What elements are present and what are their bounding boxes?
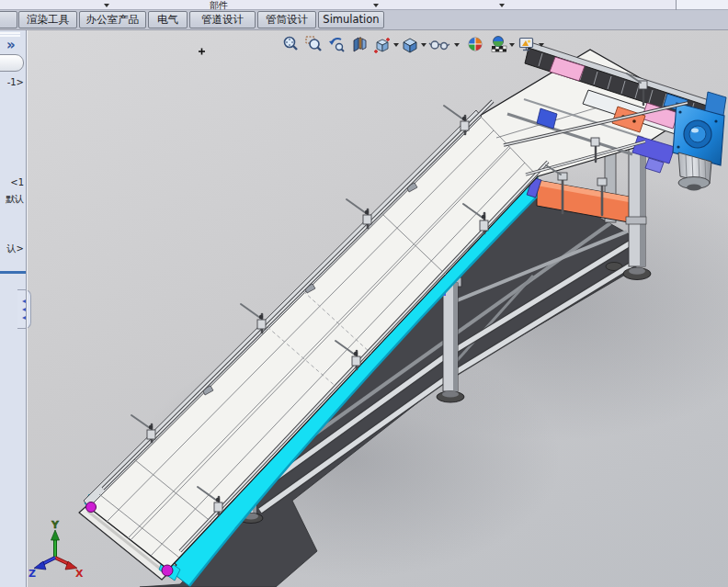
selection-highlight-line — [0, 271, 27, 274]
roller-end-cap — [86, 502, 97, 513]
view-settings-button[interactable] — [518, 35, 537, 54]
dropdown-caret-icon[interactable] — [509, 43, 515, 47]
triad-x-label: X — [75, 568, 84, 580]
triad-z-label: Z — [28, 568, 36, 580]
zoom-to-area-button[interactable] — [304, 35, 324, 54]
panel-border-highlight — [27, 30, 28, 587]
dropdown-arrow-icon[interactable] — [104, 4, 109, 7]
tab-tubing[interactable]: 管筒设计 — [257, 11, 316, 28]
tab-piping[interactable]: 管道设计 — [189, 11, 256, 28]
dropdown-caret-icon[interactable] — [454, 43, 460, 47]
tree-item-fragment[interactable]: <1 — [10, 177, 24, 187]
bolt — [678, 110, 681, 113]
commandmanager-tab-row: 评估 渲染工具 办公室产品 电气 管道设计 管筒设计 Simulation — [0, 10, 728, 30]
tab-electrical[interactable]: 电气 — [148, 11, 188, 28]
tab-render-tools[interactable]: 渲染工具 — [18, 11, 77, 28]
graphics-viewport[interactable]: Y X Z — [28, 30, 728, 587]
dropdown-caret-icon[interactable] — [421, 43, 427, 47]
tab-office-products[interactable]: 办公室产品 — [79, 11, 146, 28]
toolbar-overflow-strip: 部件 — [0, 0, 728, 10]
edit-appearance-button[interactable] — [466, 35, 485, 54]
heads-up-view-toolbar — [28, 30, 728, 58]
tree-item-fragment[interactable]: 认> — [7, 243, 24, 255]
reference-triad: Y X Z — [28, 519, 84, 580]
bolt — [714, 119, 717, 122]
display-style-button[interactable] — [401, 35, 420, 54]
gearbox-highlight — [691, 129, 699, 133]
conveyor-3d-model[interactable]: Y X Z — [28, 30, 728, 587]
motor-shaft-cap — [687, 185, 701, 191]
panel-expand-chevron-icon[interactable]: » — [6, 37, 16, 53]
dropdown-arrow-icon[interactable] — [373, 4, 379, 7]
dropdown-caret-icon[interactable] — [393, 43, 399, 47]
panel-splitter-handle[interactable]: ◂ ◂ ◂ — [17, 289, 31, 329]
bolt — [677, 145, 679, 148]
apply-scene-button[interactable] — [489, 35, 508, 54]
filter-box-fragment[interactable] — [0, 54, 24, 72]
tree-item-fragment[interactable]: -1> — [7, 77, 24, 87]
section-view-button[interactable] — [350, 35, 370, 54]
assembly-group-label: 部件 — [210, 0, 228, 12]
tab-evaluate[interactable]: 评估 — [0, 11, 17, 28]
clamp — [241, 304, 266, 333]
tab-simulation[interactable]: Simulation — [318, 11, 384, 28]
hide-show-items-button[interactable] — [428, 35, 452, 54]
bolt — [632, 119, 636, 123]
panel-top-bar — [0, 32, 20, 34]
toolbar-segment — [677, 0, 728, 9]
dropdown-arrow-icon[interactable] — [499, 4, 505, 7]
tree-item-fragment[interactable]: 默认 — [6, 193, 24, 206]
zoom-to-fit-button[interactable] — [281, 35, 301, 54]
triad-y-label: Y — [51, 519, 60, 531]
previous-view-button[interactable] — [327, 35, 347, 54]
gearbox-boss-inner — [689, 126, 706, 142]
view-orientation-button[interactable] — [373, 35, 392, 54]
dropdown-caret-icon[interactable] — [539, 43, 544, 47]
featuremanager-collapsed-panel: » -1> <1 默认 认> ◂ ◂ ◂ — [0, 30, 28, 587]
roller-end-cap — [162, 565, 173, 576]
